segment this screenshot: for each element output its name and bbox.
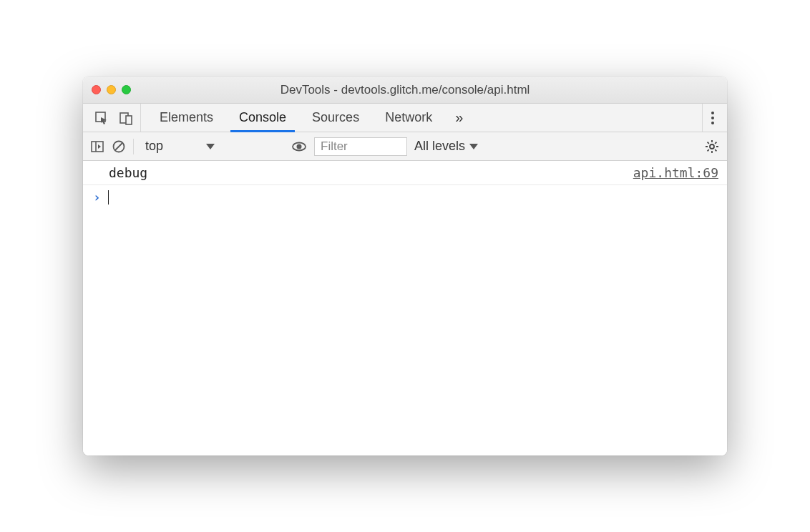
panel-tabbar: Elements Console Sources Network » [83, 104, 727, 132]
svg-line-15 [708, 142, 709, 143]
more-tabs-button[interactable]: » [445, 104, 473, 132]
svg-line-7 [115, 143, 122, 150]
tab-network[interactable]: Network [372, 104, 445, 132]
tab-sources[interactable]: Sources [299, 104, 372, 132]
filter-input[interactable] [314, 137, 407, 156]
minimize-window-button[interactable] [107, 85, 116, 94]
titlebar: DevTools - devtools.glitch.me/console/ap… [83, 77, 727, 104]
more-tabs-icon: » [455, 109, 463, 126]
close-window-button[interactable] [92, 85, 101, 94]
chevron-down-icon [206, 144, 215, 149]
tab-label: Network [385, 110, 432, 125]
levels-label: All levels [414, 139, 465, 154]
tab-label: Sources [312, 110, 359, 125]
context-selector[interactable]: top [141, 137, 284, 155]
svg-point-10 [710, 144, 714, 149]
svg-point-9 [297, 144, 302, 149]
svg-line-16 [715, 149, 716, 151]
settings-menu-button[interactable] [711, 112, 714, 124]
svg-line-17 [708, 149, 709, 151]
console-prompt[interactable]: › [83, 185, 727, 209]
clear-console-icon[interactable] [112, 139, 126, 154]
log-message: debug [109, 165, 147, 180]
prompt-cursor [108, 190, 109, 205]
zoom-window-button[interactable] [122, 85, 131, 94]
separator [133, 139, 134, 154]
svg-marker-5 [98, 144, 101, 149]
console-settings-icon[interactable] [704, 139, 720, 154]
log-levels-selector[interactable]: All levels [414, 139, 478, 154]
window-controls [92, 85, 131, 94]
devtools-window: DevTools - devtools.glitch.me/console/ap… [83, 77, 727, 455]
window-title: DevTools - devtools.glitch.me/console/ap… [83, 83, 727, 97]
console-log-area[interactable]: debug api.html:69 › [83, 161, 727, 455]
svg-line-18 [715, 142, 716, 143]
tabbar-left-tools [87, 104, 141, 132]
console-toolbar: top All levels [83, 132, 727, 161]
tabbar-right-tools [702, 104, 723, 132]
device-toggle-icon[interactable] [119, 111, 133, 125]
tab-elements[interactable]: Elements [147, 104, 226, 132]
live-expression-icon[interactable] [291, 139, 307, 154]
tab-console[interactable]: Console [226, 104, 299, 132]
log-source-link[interactable]: api.html:69 [633, 165, 718, 180]
context-label: top [145, 139, 163, 154]
tab-label: Elements [160, 110, 213, 125]
log-entry: debug api.html:69 [83, 161, 727, 185]
prompt-chevron-icon: › [93, 189, 101, 205]
chevron-down-icon [469, 144, 478, 149]
tab-label: Console [239, 110, 286, 125]
toggle-sidebar-icon[interactable] [90, 139, 104, 154]
panel-tabs: Elements Console Sources Network [147, 104, 445, 132]
inspect-element-icon[interactable] [94, 111, 109, 125]
svg-rect-2 [126, 116, 132, 124]
svg-rect-3 [92, 142, 103, 152]
